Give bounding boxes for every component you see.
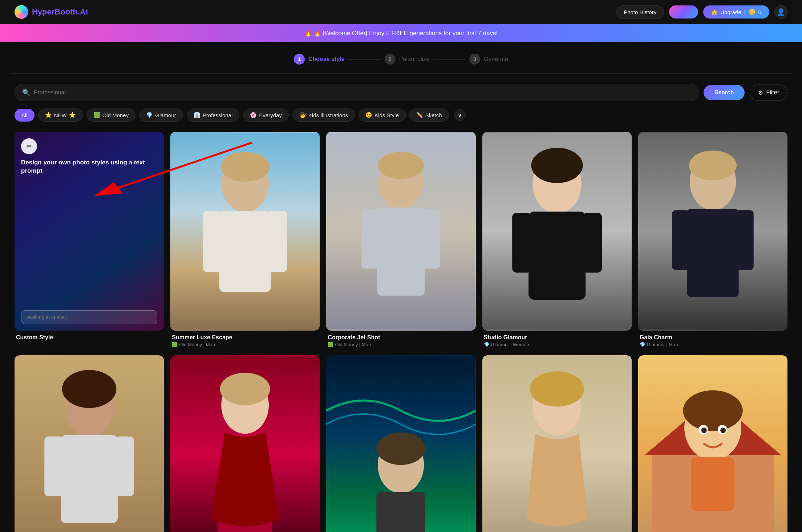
photo-card-corporate-jet[interactable]: Corporate Jet Shot 🟩 Old Money | Man: [326, 132, 475, 349]
svg-point-39: [377, 433, 426, 465]
svg-rect-30: [115, 437, 134, 496]
nav-right: Photo History 👑 Upgrade | 🪙 0 👤: [616, 5, 787, 19]
credits-icon: 🪙: [749, 9, 756, 15]
category-professional[interactable]: 👔 Professional: [187, 109, 240, 122]
search-row: 🔍 Search ⚙ Filter: [0, 74, 802, 109]
search-button[interactable]: Search: [704, 85, 745, 100]
svg-point-11: [378, 152, 424, 179]
search-icon: 🔍: [22, 89, 30, 97]
svg-rect-38: [377, 492, 426, 532]
step-3: 3 Generate: [469, 54, 508, 65]
stepper: 1 Choose style 2 Personalize 3 Generate: [0, 42, 802, 73]
svg-point-52: [720, 428, 726, 433]
subtitle-icon: 💎: [640, 342, 645, 347]
photo-card-gala-charm[interactable]: Gala Charm 💎 Glamour | Man: [638, 132, 787, 349]
professional-label: Professional: [203, 112, 233, 118]
logo: HyperBooth.Ai: [15, 5, 88, 19]
photo-card-golden-glamour[interactable]: Golden Glamour 💎 Glamour | Woman: [482, 355, 632, 532]
person-icon: 👤: [777, 8, 785, 16]
filter-button[interactable]: ⚙ Filter: [750, 85, 787, 101]
card-label-corporate-jet: Corporate Jet Shot 🟩 Old Money | Man: [326, 331, 475, 349]
custom-card-description: Design your own photo styles using a tex…: [21, 159, 157, 175]
step-line-1: [348, 59, 381, 60]
subtitle-icon: 🟩: [172, 342, 178, 347]
svg-point-42: [530, 371, 584, 406]
new-label: NEW: [54, 112, 67, 118]
category-new[interactable]: ⭐ NEW ⭐: [38, 109, 83, 122]
card-label-summer-luxe: Summer Luxe Escape 🟩 Old Money | Man: [170, 331, 320, 349]
step-1: 1 Choose style: [294, 54, 345, 65]
category-glamour[interactable]: 💎 Glamour: [139, 109, 183, 122]
new-emoji2: ⭐: [69, 112, 76, 118]
step-line-2: [433, 59, 466, 60]
category-row: All ⭐ NEW ⭐ 🟩 Old Money 💎 Glamour 👔 Prof…: [0, 109, 802, 132]
svg-rect-21: [672, 210, 690, 270]
welcome-banner: 🔥 🔥 [Welcome Offer] Enjoy 5 FREE generat…: [0, 24, 802, 42]
subtitle-icon: 🟩: [328, 342, 333, 347]
search-box: 🔍: [15, 84, 698, 101]
category-all[interactable]: All: [15, 109, 35, 122]
kids-ill-emoji: 🧒: [299, 112, 306, 118]
chevron-down-icon: ∨: [458, 112, 462, 119]
photo-card-aurora[interactable]: Aurora Dreams 👔 Professional | Man: [326, 355, 475, 532]
category-everyday[interactable]: 🌸 Everyday: [243, 109, 289, 122]
photo-card-cartoon-kid[interactable]: Storybook Kid 🧒 Kids Illustrations | Boy: [638, 355, 787, 532]
custom-style-label: Custom Style: [15, 331, 164, 342]
svg-rect-16: [583, 213, 602, 273]
kids-style-label: Kids Style: [374, 112, 399, 118]
svg-point-51: [701, 428, 707, 433]
svg-point-5: [221, 152, 270, 181]
category-sketch[interactable]: ✏️ Sketch: [409, 109, 449, 122]
kids-ill-label: Kids Illustrations: [308, 112, 348, 118]
custom-style-card[interactable]: ✏ Design your own photo styles using a t…: [15, 132, 164, 349]
custom-style-input[interactable]: [21, 310, 157, 324]
expand-categories-button[interactable]: ∨: [454, 109, 466, 121]
old-money-emoji: 🟩: [93, 112, 100, 118]
photo-card-studio-glamour[interactable]: Studio Glamour 💎 Glamour | Woman: [482, 132, 632, 349]
svg-point-47: [683, 390, 742, 431]
card-label-studio-glamour: Studio Glamour 💎 Glamour | Woman: [482, 331, 632, 349]
glamour-label: Glamour: [155, 112, 176, 118]
everyday-emoji: 🌸: [250, 112, 257, 118]
glamour-emoji: 💎: [146, 112, 153, 118]
svg-rect-20: [687, 209, 738, 297]
subtitle-icon: 💎: [484, 342, 490, 347]
professional-emoji: 👔: [194, 112, 200, 118]
everyday-label: Everyday: [259, 112, 282, 118]
old-money-label: Old Money: [102, 112, 129, 118]
step-2-label: Personalize: [399, 56, 430, 62]
category-kids-style[interactable]: 😊 Kids Style: [359, 109, 406, 122]
all-label: All: [21, 112, 28, 118]
svg-rect-9: [362, 209, 380, 268]
sketch-emoji: ✏️: [416, 112, 423, 118]
navbar: HyperBooth.Ai Photo History 👑 Upgrade | …: [0, 0, 802, 24]
svg-rect-2: [219, 211, 271, 292]
svg-rect-28: [61, 435, 118, 523]
upgrade-button[interactable]: 👑 Upgrade | 🪙 0: [703, 5, 769, 19]
svg-point-23: [689, 151, 737, 180]
search-input[interactable]: [34, 89, 691, 96]
svg-rect-3: [203, 211, 222, 272]
photo-card-summer-luxe[interactable]: Summer Luxe Escape 🟩 Old Money | Man: [170, 132, 320, 349]
crown-icon: 👑: [711, 9, 717, 15]
photo-history-button[interactable]: Photo History: [616, 5, 664, 19]
logo-icon: [15, 5, 28, 19]
category-old-money[interactable]: 🟩 Old Money: [86, 109, 136, 122]
account-icon[interactable]: 👤: [774, 5, 787, 19]
photo-grid-row2: Casual Chic 🌸 Everyday | Woman: [15, 355, 787, 532]
svg-rect-8: [377, 208, 425, 296]
svg-rect-4: [268, 211, 287, 272]
svg-rect-22: [736, 210, 754, 270]
svg-rect-15: [512, 213, 531, 273]
photo-card-casual[interactable]: Casual Chic 🌸 Everyday | Woman: [15, 355, 164, 532]
gradient-pill-button[interactable]: [669, 5, 698, 19]
category-kids-illustrations[interactable]: 🧒 Kids Illustrations: [292, 109, 355, 122]
logo-text: HyperBooth.Ai: [32, 7, 88, 17]
sketch-label: Sketch: [425, 112, 442, 118]
svg-rect-14: [528, 212, 586, 300]
edit-icon: ✏: [21, 138, 37, 154]
step-1-label: Choose style: [308, 56, 345, 62]
photo-card-red-carpet[interactable]: Red Carpet 💎 Glamour | Woman: [170, 355, 320, 532]
step-2-num: 2: [385, 54, 396, 65]
step-2: 2 Personalize: [385, 54, 430, 65]
